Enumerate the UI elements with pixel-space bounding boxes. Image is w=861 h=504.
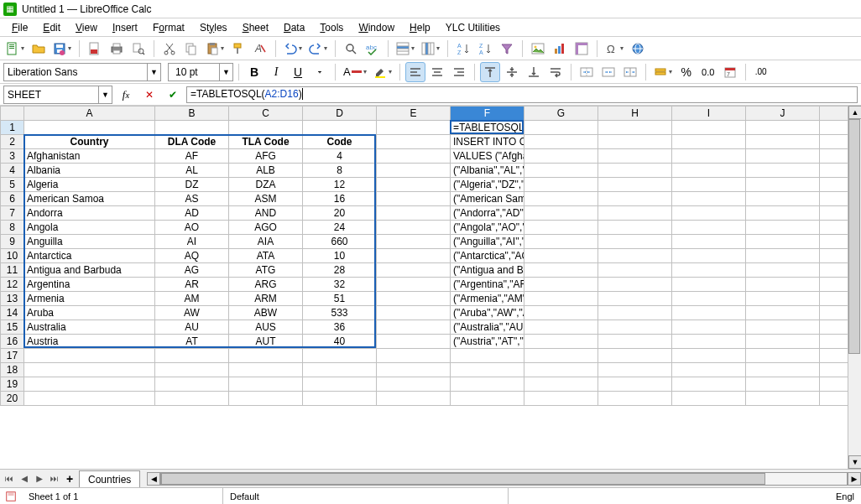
cell-B7[interactable]: AD <box>155 206 229 221</box>
cell-A2[interactable]: Country <box>24 135 155 149</box>
cell-D6[interactable]: 16 <box>303 192 377 206</box>
cell-G12[interactable] <box>524 278 598 292</box>
scroll-track[interactable] <box>160 472 848 486</box>
font-size-combo[interactable]: ▼ <box>168 63 233 81</box>
cell-A17[interactable] <box>24 349 155 363</box>
cell-E3[interactable] <box>377 149 451 164</box>
cell-H15[interactable] <box>598 320 672 335</box>
cell-J3[interactable] <box>746 149 820 164</box>
menu-ylc[interactable]: YLC Utilities <box>439 20 507 35</box>
menu-help[interactable]: Help <box>403 20 437 35</box>
col-header-j[interactable]: J <box>746 107 820 121</box>
cell-F15[interactable]: ("Australia","AU","AUS","36"), <box>451 320 524 335</box>
cell-B19[interactable] <box>155 377 229 392</box>
cell-C18[interactable] <box>229 363 303 377</box>
cell-B18[interactable] <box>155 363 229 377</box>
cell-I14[interactable] <box>672 306 746 320</box>
cell-B17[interactable] <box>155 349 229 363</box>
cell-H19[interactable] <box>598 377 672 392</box>
cell-H8[interactable] <box>598 221 672 235</box>
cell-F8[interactable]: ("Angola","AO","AGO","24"), <box>451 221 524 235</box>
cell-H20[interactable] <box>598 392 672 406</box>
cell-C11[interactable]: ATG <box>229 263 303 278</box>
cell-J20[interactable] <box>746 392 820 406</box>
percent-button[interactable]: % <box>676 62 697 82</box>
cell-C19[interactable] <box>229 377 303 392</box>
cell-D11[interactable]: 28 <box>303 263 377 278</box>
cell-I17[interactable] <box>672 349 746 363</box>
cell-I13[interactable] <box>672 292 746 306</box>
cell-H5[interactable] <box>598 178 672 192</box>
cell-I8[interactable] <box>672 221 746 235</box>
cell-D5[interactable]: 12 <box>303 178 377 192</box>
spellcheck-button[interactable]: abc <box>363 39 383 59</box>
cell-C15[interactable]: AUS <box>229 320 303 335</box>
cell-E4[interactable] <box>377 164 451 178</box>
open-button[interactable] <box>29 39 49 59</box>
clone-formatting-button[interactable] <box>228 39 248 59</box>
cell-G19[interactable] <box>524 377 598 392</box>
insert-chart-button[interactable] <box>550 39 570 59</box>
menu-view[interactable]: View <box>69 20 104 35</box>
cell-D1[interactable] <box>303 121 377 135</box>
cell-B1[interactable] <box>155 121 229 135</box>
cell-F20[interactable] <box>451 392 524 406</box>
cell-I10[interactable] <box>672 249 746 263</box>
cell-E12[interactable] <box>377 278 451 292</box>
cell-H6[interactable] <box>598 192 672 206</box>
cell-A14[interactable]: Aruba <box>24 306 155 320</box>
cell-I18[interactable] <box>672 363 746 377</box>
align-top-button[interactable] <box>480 62 500 82</box>
cell-E6[interactable] <box>377 192 451 206</box>
cell-J16[interactable] <box>746 335 820 349</box>
cell-E9[interactable] <box>377 235 451 249</box>
cell-G5[interactable] <box>524 178 598 192</box>
cell-B13[interactable]: AM <box>155 292 229 306</box>
bold-button[interactable]: B <box>244 62 264 82</box>
row-header[interactable]: 1 <box>1 121 24 135</box>
align-left-button[interactable] <box>405 62 425 82</box>
cell-F12[interactable]: ("Argentina","AR","ARG","32"), <box>451 278 524 292</box>
scroll-thumb[interactable] <box>848 119 860 354</box>
cell-A15[interactable]: Australia <box>24 320 155 335</box>
menu-format[interactable]: Format <box>146 20 191 35</box>
currency-button[interactable] <box>651 62 675 82</box>
cell-D19[interactable] <box>303 377 377 392</box>
col-header-b[interactable]: B <box>155 107 229 121</box>
cell-I1[interactable] <box>672 121 746 135</box>
font-size-input[interactable] <box>172 65 219 80</box>
cell-F7[interactable]: ("Andorra","AD","AND","20"), <box>451 206 524 221</box>
cell-J10[interactable] <box>746 249 820 263</box>
cell-B14[interactable]: AW <box>155 306 229 320</box>
select-all-corner[interactable] <box>1 107 24 121</box>
cell-G7[interactable] <box>524 206 598 221</box>
cell-J6[interactable] <box>746 192 820 206</box>
scroll-track[interactable] <box>848 119 861 455</box>
cell-A4[interactable]: Albania <box>24 164 155 178</box>
cell-D2[interactable]: Code <box>303 135 377 149</box>
scroll-right-icon[interactable]: ▶ <box>848 472 861 486</box>
cell-C20[interactable] <box>229 392 303 406</box>
formula-input[interactable]: =TABLETOSQL(A2:D16)​ <box>186 86 858 103</box>
scroll-thumb[interactable] <box>161 473 765 485</box>
cell-J17[interactable] <box>746 349 820 363</box>
underline-button[interactable]: U <box>288 62 308 82</box>
cell-B3[interactable]: AF <box>155 149 229 164</box>
cancel-button[interactable]: ✕ <box>139 85 159 105</box>
cell-I11[interactable] <box>672 263 746 278</box>
cell-F10[interactable]: ("Antarctica","AQ","ATA","10"), <box>451 249 524 263</box>
col-header-g[interactable]: G <box>524 107 598 121</box>
cell-J19[interactable] <box>746 377 820 392</box>
col-header-d[interactable]: D <box>303 107 377 121</box>
grid-scroll[interactable]: A B C D E F G H I J 1=TABLETOSQL(A2:D16)… <box>0 106 861 469</box>
cell-D7[interactable]: 20 <box>303 206 377 221</box>
row-header[interactable]: 20 <box>1 392 24 406</box>
cell-I9[interactable] <box>672 235 746 249</box>
accept-button[interactable]: ✔ <box>163 85 183 105</box>
row-header[interactable]: 7 <box>1 206 24 221</box>
cell-A1[interactable] <box>24 121 155 135</box>
cell-C2[interactable]: TLA Code <box>229 135 303 149</box>
row-button[interactable] <box>394 39 417 59</box>
cell-A10[interactable]: Antarctica <box>24 249 155 263</box>
cell-F1[interactable]: =TABLETOSQL(A2:D16) <box>451 121 524 135</box>
